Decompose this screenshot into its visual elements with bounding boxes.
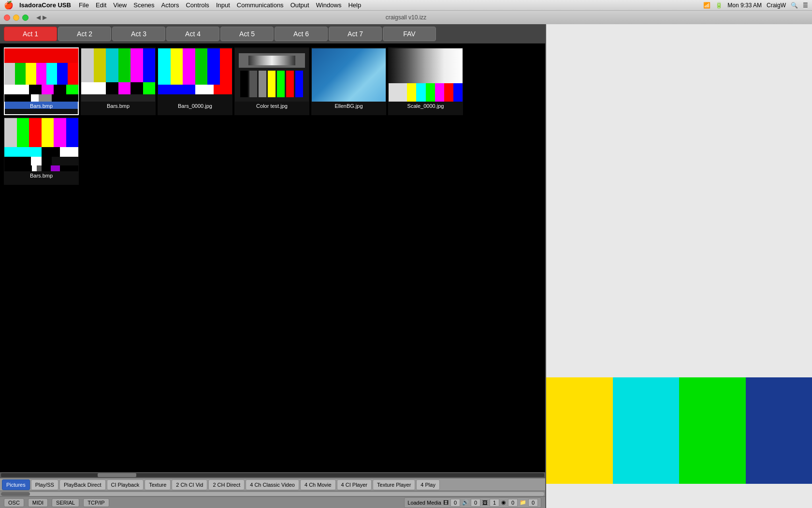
media-thumb-ellenbg [312, 48, 386, 102]
menu-communications[interactable]: Communications [237, 1, 284, 9]
right-bars-visual [546, 377, 812, 484]
media-item-colortest[interactable]: Color test.jpg [234, 47, 309, 115]
menu-file[interactable]: File [79, 1, 89, 9]
media-icon-film: 🎞 [443, 500, 449, 506]
media-row-1: Bars.bmp [4, 47, 541, 115]
media-scrollbar-track [1, 473, 544, 477]
media-item-bars1[interactable]: Bars.bmp [4, 47, 79, 115]
app-name[interactable]: IsadoraCore USB [19, 1, 71, 9]
tab-playback-direct[interactable]: PlayBack Direct [59, 479, 106, 490]
bottom-scrollbar-track [1, 492, 544, 496]
media-thumb-scale [389, 48, 463, 102]
media-scrollbar[interactable] [0, 472, 545, 478]
bar-green [679, 377, 746, 484]
media-thumb-bars3 [158, 48, 232, 102]
window-toolbar-icons: ◀ ▶ [36, 14, 47, 21]
tab-2chdirect[interactable]: 2 CH Direct [208, 479, 245, 490]
media-thumb-bars4 [4, 118, 78, 171]
menu-output[interactable]: Output [290, 1, 309, 9]
bottom-scrollbar-thumb[interactable] [1, 492, 30, 496]
tab-pictures[interactable]: Pictures [2, 479, 30, 490]
menu-help[interactable]: Help [348, 1, 361, 9]
tcpip-button[interactable]: TCP/IP [83, 498, 109, 507]
media-label-bars4: Bars.bmp [5, 171, 78, 179]
media-icon-other: 📁 [520, 499, 526, 506]
forward-icon[interactable]: ▶ [43, 14, 47, 21]
menu-controls[interactable]: Controls [186, 1, 209, 9]
tab-playss[interactable]: Play/SS [31, 479, 58, 490]
right-color-bars [546, 329, 812, 484]
tab-ci-playback[interactable]: CI Playback [107, 479, 144, 490]
menu-edit[interactable]: Edit [96, 1, 106, 9]
tab-texture[interactable]: Texture [145, 479, 171, 490]
media-count-4: 0 [528, 499, 538, 507]
menu-actors[interactable]: Actors [161, 1, 179, 9]
media-count-0: 0 [450, 499, 460, 507]
act-tab-fav[interactable]: FAV [383, 27, 436, 41]
search-icon[interactable]: 🔍 [791, 2, 798, 9]
main-container: Act 1 Act 2 Act 3 Act 4 Act 5 Act 6 Act … [0, 24, 812, 508]
media-thumb-colortest [235, 48, 309, 102]
act-tab-4[interactable]: Act 4 [166, 27, 219, 41]
media-icon-sound: 🔊 [462, 499, 469, 506]
media-item-scale[interactable]: Scale_0000.jpg [388, 47, 463, 115]
window-title: craigsall v10.izz [386, 14, 427, 21]
tab-4play[interactable]: 4 Play [416, 479, 440, 490]
back-icon[interactable]: ◀ [36, 14, 41, 21]
media-item-bars3[interactable]: Bars_0000.jpg [158, 47, 232, 115]
username: CraigW [767, 2, 786, 9]
close-button[interactable] [4, 15, 10, 21]
midi-button[interactable]: MIDI [28, 498, 48, 507]
bottom-tabs: Pictures Play/SS PlayBack Direct CI Play… [0, 478, 545, 491]
media-label-bars3: Bars_0000.jpg [159, 102, 232, 109]
traffic-lights [4, 15, 29, 21]
act-tab-3[interactable]: Act 3 [112, 27, 165, 41]
media-icon-3d: ◉ [501, 499, 506, 506]
media-item-ellenbg[interactable]: EllenBG.jpg [311, 47, 386, 115]
bottom-scrollbar[interactable] [0, 491, 545, 496]
media-scrollbar-thumb[interactable] [98, 473, 136, 477]
tab-4chclassic[interactable]: 4 Ch Classic Video [246, 479, 299, 490]
serial-button[interactable]: SERIAL [52, 498, 79, 507]
media-item-bars4[interactable]: Bars.bmp [4, 117, 79, 185]
loaded-media-status: Loaded Media 🎞 0 🔊 0 🖼 1 ◉ 0 📁 0 [404, 497, 541, 508]
media-icon-image: 🖼 [482, 500, 488, 506]
act-tab-6[interactable]: Act 6 [275, 27, 328, 41]
menu-windows[interactable]: Windows [316, 1, 342, 9]
right-content [546, 24, 812, 508]
tab-2chcivid[interactable]: 2 Ch CI Vid [172, 479, 207, 490]
media-item-bars2[interactable]: Bars.bmp [81, 47, 156, 115]
bar-yellow [546, 377, 613, 484]
media-label-ellenbg: EllenBG.jpg [312, 102, 385, 109]
bar-cyan [613, 377, 680, 484]
menu-input[interactable]: Input [216, 1, 230, 9]
loaded-media-label: Loaded Media [407, 500, 441, 506]
osc-button[interactable]: OSC [4, 498, 24, 507]
main-window: ◀ ▶ craigsall v10.izz Act 1 Act 2 Act 3 … [0, 11, 812, 508]
tab-4chmovie[interactable]: 4 Ch Movie [300, 479, 336, 490]
tab-4ciplayer[interactable]: 4 CI Player [337, 479, 372, 490]
menu-icon[interactable]: ☰ [803, 2, 808, 9]
maximize-button[interactable] [22, 15, 29, 21]
media-grid: Bars.bmp [0, 44, 545, 472]
tab-textureplayer[interactable]: Texture Player [373, 479, 415, 490]
left-panel: Act 1 Act 2 Act 3 Act 4 Act 5 Act 6 Act … [0, 24, 546, 508]
act-tab-2[interactable]: Act 2 [58, 27, 111, 41]
titlebar: ◀ ▶ craigsall v10.izz [0, 11, 812, 24]
bar-blue [746, 377, 812, 484]
minimize-button[interactable] [13, 15, 19, 21]
act-tab-7[interactable]: Act 7 [329, 27, 382, 41]
apple-menu[interactable]: 🍎 [4, 0, 14, 10]
media-count-1: 0 [471, 499, 480, 507]
media-thumb-bars2 [81, 48, 155, 102]
media-label-scale: Scale_0000.jpg [389, 102, 462, 109]
media-label-bars2: Bars.bmp [82, 102, 155, 109]
menu-view[interactable]: View [113, 1, 127, 9]
menu-scenes[interactable]: Scenes [133, 1, 154, 9]
clock: Mon 9:33 AM [727, 2, 762, 9]
act-tab-1[interactable]: Act 1 [4, 27, 57, 41]
act-tab-5[interactable]: Act 5 [220, 27, 274, 41]
status-bar: OSC MIDI SERIAL TCP/IP Loaded Media 🎞 0 … [0, 496, 545, 508]
battery-icon: 🔋 [715, 2, 723, 9]
media-thumb-bars1 [4, 48, 78, 102]
